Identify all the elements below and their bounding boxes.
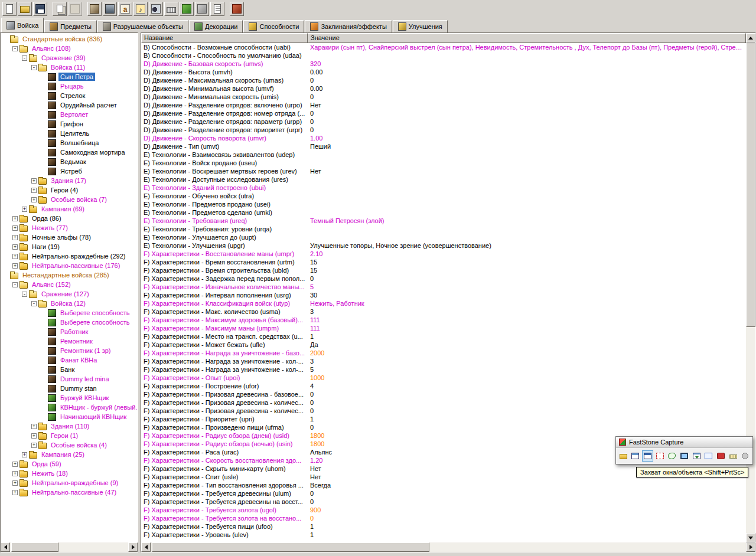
scrollbar-thumb[interactable]: [746, 42, 755, 327]
property-row[interactable]: E) Технологии - Предметов сделано (umki): [141, 208, 746, 217]
scroll-up-button[interactable]: [746, 33, 755, 42]
keyboard-shortcuts-button[interactable]: [164, 2, 178, 16]
tree-item[interactable]: Фанат КВНа: [1, 355, 138, 365]
fs-ruler-button[interactable]: [728, 450, 739, 462]
tree-item[interactable]: + Особые войска (7): [1, 195, 138, 204]
expand-toggle-icon[interactable]: -: [12, 46, 18, 51]
property-row[interactable]: F) Характеристики - Классификация войск …: [141, 299, 746, 308]
expand-toggle-icon[interactable]: +: [22, 452, 27, 457]
tree-item[interactable]: Работник: [1, 327, 138, 336]
Разрушаемые объекты[interactable]: Разрушаемые объекты: [97, 20, 188, 32]
tree-item[interactable]: + Герои (1): [1, 431, 138, 440]
terrain-editor-button[interactable]: [103, 2, 117, 16]
property-row[interactable]: F) Характеристики - Требуется золота (ug…: [141, 506, 746, 514]
property-row[interactable]: F) Характеристики - Интервал пополнения …: [141, 291, 746, 299]
test-map-button[interactable]: [230, 2, 244, 16]
property-row[interactable]: F) Характеристики - Награда за уничтожен…: [141, 357, 746, 365]
property-row[interactable]: D) Движение - Высота (umvh) 0.00: [141, 68, 746, 76]
Войска[interactable]: Войска: [1, 18, 44, 32]
tree-item[interactable]: + Наги (19): [1, 242, 138, 251]
tree-item[interactable]: Ведьмак: [1, 157, 138, 166]
fs-capture-scrolling-button[interactable]: [691, 450, 702, 462]
tree-item[interactable]: - Войска (12): [1, 299, 138, 308]
property-row[interactable]: F) Характеристики - Восстановление маны …: [141, 250, 746, 258]
property-row[interactable]: F) Характеристики - Может бежать (ufle) …: [141, 341, 746, 349]
expand-toggle-icon[interactable]: -: [31, 65, 37, 70]
fs-capture-fixed-region-button[interactable]: [703, 450, 714, 462]
expand-toggle-icon[interactable]: +: [12, 471, 18, 476]
property-row[interactable]: E) Технологии - Предметов продано (usei): [141, 200, 746, 208]
tree-item[interactable]: + Здания (17): [1, 176, 138, 185]
tree-item[interactable]: Сын Петра: [1, 72, 138, 81]
tree-item[interactable]: + Нежить (77): [1, 223, 138, 233]
expand-toggle-icon[interactable]: +: [12, 490, 18, 495]
property-row[interactable]: F) Характеристики - Время строительства …: [141, 266, 746, 274]
property-row[interactable]: E) Технологии - Войск продано (useu): [141, 159, 746, 167]
faststone-title-bar[interactable]: FastStone Capture: [616, 437, 752, 448]
column-header-value[interactable]: Значение: [308, 33, 746, 43]
property-row[interactable]: E) Технологии - Требования: уровни (urqa…: [141, 225, 746, 233]
tree-item[interactable]: + Ночные эльфы (78): [1, 233, 138, 242]
property-row[interactable]: F) Характеристики - Требуется древесины …: [141, 489, 746, 498]
property-row[interactable]: E) Технологии - Взаимосвязь эквивалентов…: [141, 151, 746, 159]
property-row[interactable]: F) Характеристики - Требуется золота на …: [141, 514, 746, 522]
expand-toggle-icon[interactable]: +: [22, 207, 27, 212]
property-row[interactable]: F) Характеристики - Награда за уничтожен…: [141, 365, 746, 374]
expand-toggle-icon[interactable]: -: [31, 301, 37, 306]
property-row[interactable]: F) Характеристики - Изначальное количест…: [141, 283, 746, 291]
scrollbar-thumb[interactable]: [11, 542, 58, 552]
tree-item[interactable]: + Нейтрально-пассивные (47): [1, 488, 138, 497]
tree-item[interactable]: + Кампания (69): [1, 204, 138, 214]
unit-palette-button[interactable]: [87, 2, 102, 16]
property-row[interactable]: F) Характеристики - Опыт (upoi) 1000: [141, 374, 746, 382]
property-row[interactable]: D) Движение - Разделение отрядов: параме…: [141, 117, 746, 126]
property-row[interactable]: E) Технологии - Обучено войск (utra): [141, 192, 746, 200]
text-editor-button[interactable]: [118, 2, 132, 16]
expand-toggle-icon[interactable]: +: [12, 480, 18, 486]
tree-item[interactable]: + Герои (4): [1, 185, 138, 195]
grid-button[interactable]: [195, 2, 209, 16]
scroll-left-button[interactable]: [141, 542, 151, 552]
Заклинания/эффекты[interactable]: Заклинания/эффекты: [305, 20, 392, 32]
property-row[interactable]: F) Характеристики - Максимум маны (umpm)…: [141, 324, 746, 332]
tree-item[interactable]: Стандартные войска (836): [1, 34, 138, 44]
tree-item[interactable]: + Орда (59): [1, 459, 138, 469]
property-row[interactable]: F) Характеристики - Место на трансп. сре…: [141, 332, 746, 341]
tree-item[interactable]: + Нежить (18): [1, 469, 138, 478]
property-row[interactable]: B) Способности - Способность по умолчани…: [141, 51, 746, 60]
property-row[interactable]: F) Характеристики - Тип восстановления з…: [141, 481, 746, 489]
scroll-right-button[interactable]: [128, 542, 138, 552]
property-row[interactable]: F) Характеристики - Задержка перед первы…: [141, 274, 746, 283]
tree-item[interactable]: + Нейтрально-пассивные (176): [1, 261, 138, 270]
tree-item[interactable]: - Войска (11): [1, 63, 138, 72]
expand-toggle-icon[interactable]: +: [12, 225, 18, 231]
paste-button[interactable]: [68, 2, 82, 16]
expand-toggle-icon[interactable]: -: [12, 282, 18, 287]
copy-button[interactable]: [53, 2, 67, 16]
expand-toggle-icon[interactable]: +: [31, 443, 37, 448]
tree-item[interactable]: + Нейтрально-враждебные (9): [1, 478, 138, 488]
Декорации[interactable]: Декорации: [189, 20, 243, 32]
tree-item[interactable]: Стрелок: [1, 91, 138, 100]
object-manager-button[interactable]: [149, 2, 163, 16]
property-row[interactable]: B) Способности - Возможные способности (…: [141, 43, 746, 51]
tree-item[interactable]: + Нейтрально-враждебные (292): [1, 251, 138, 261]
property-row[interactable]: D) Движение - Скорость поворота (umvr) 1…: [141, 134, 746, 142]
expand-toggle-icon[interactable]: +: [31, 178, 37, 184]
property-row[interactable]: E) Технологии - Улучшения (upgr) Улучшен…: [141, 241, 746, 250]
property-row[interactable]: F) Характеристики - Построение (ufor) 4: [141, 382, 746, 390]
expand-toggle-icon[interactable]: +: [31, 433, 37, 439]
property-row[interactable]: D) Движение - Разделение отрядов: приори…: [141, 126, 746, 134]
property-row[interactable]: F) Характеристики - Время восстановления…: [141, 258, 746, 266]
tree-item[interactable]: Выберете способность: [1, 308, 138, 318]
tree-item[interactable]: + Орда (86): [1, 214, 138, 223]
fs-capture-fullscreen-button[interactable]: [679, 450, 690, 462]
expand-toggle-icon[interactable]: +: [12, 462, 18, 467]
property-row[interactable]: F) Характеристики - Произведено пищи (uf…: [141, 423, 746, 431]
tree-item[interactable]: Dummy led mina: [1, 374, 138, 384]
expand-toggle-icon[interactable]: +: [12, 235, 18, 240]
scroll-left-button[interactable]: [1, 542, 10, 552]
expand-toggle-icon[interactable]: -: [22, 55, 27, 61]
property-row[interactable]: D) Движение - Максимальная скорость (uma…: [141, 76, 746, 84]
fs-capture-rectangle-button[interactable]: [654, 450, 666, 462]
